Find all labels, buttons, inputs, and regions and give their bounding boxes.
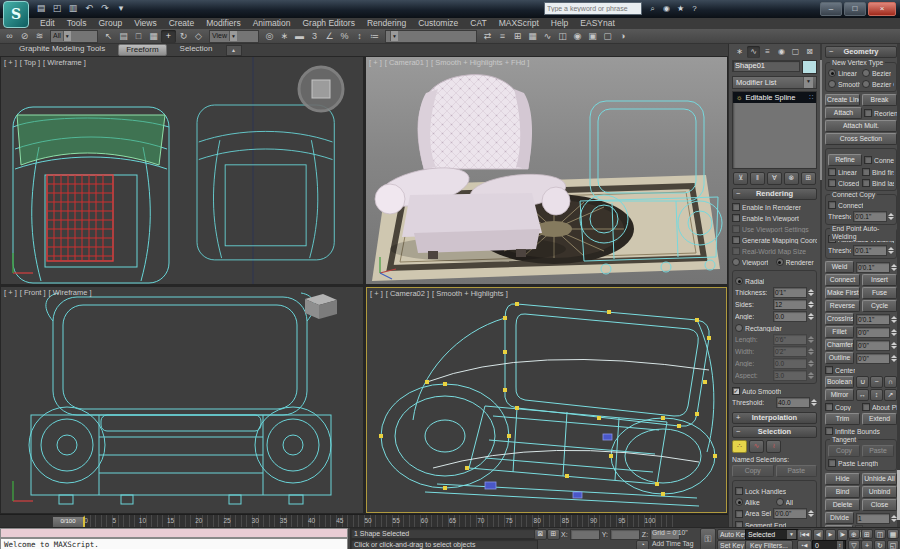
snaps-toggle-3d[interactable]: 3 (307, 30, 322, 43)
subobject-expand-icon[interactable]: ∷ (809, 92, 813, 103)
paste-button[interactable]: Paste (776, 465, 818, 477)
new-scene-icon[interactable]: ▤ (34, 2, 48, 15)
key-mode-toggle[interactable]: ▪◀ (797, 540, 812, 549)
spinner[interactable]: 0.0 (773, 311, 814, 322)
radial-radio[interactable]: Radial (735, 277, 814, 285)
current-frame-field[interactable]: 0 ↕ (812, 540, 846, 549)
viewport-top[interactable]: [ + ] [ Top ] [ Wireframe ] (1, 57, 363, 284)
viewport-menu-plus[interactable]: [ + ] (4, 58, 17, 67)
curve-editor[interactable]: ∿ (540, 30, 555, 43)
attach-button[interactable]: Attach (825, 107, 862, 119)
real-world-map-size-checkbox[interactable]: Real-World Map Size (732, 247, 817, 255)
open-file-icon[interactable]: ◰ (50, 2, 64, 15)
mirror-both-icon[interactable]: ↗ (884, 389, 897, 401)
menu-animation[interactable]: Animation (247, 18, 297, 29)
reverse-button[interactable]: Reverse (825, 300, 860, 312)
spinner[interactable]: 40.0 (776, 397, 817, 408)
spinner[interactable]: 0'0" (856, 353, 897, 364)
boolean-subtraction-icon[interactable]: − (870, 376, 883, 388)
copy-button[interactable]: Copy (732, 465, 774, 477)
material-editor[interactable]: ◉ (570, 30, 585, 43)
bind-button[interactable]: Bind (825, 486, 860, 498)
spinner[interactable]: 0'1" (773, 287, 814, 298)
selection-lock-icon[interactable]: ⊠ (534, 529, 547, 540)
viewport-name[interactable]: [ Camera01 ] (385, 58, 428, 67)
smooth-radio[interactable]: Smooth (828, 80, 860, 88)
renderer-radio[interactable]: Renderer (776, 258, 818, 266)
linear-radio[interactable]: Linear (828, 69, 860, 77)
maximize-button[interactable]: □ (844, 2, 866, 16)
outline-button[interactable]: Outline (825, 352, 854, 364)
boolean-button[interactable]: Boolean (825, 376, 854, 388)
spinner[interactable]: 0'0.1" (853, 211, 894, 222)
viewport-shading[interactable]: [ Smooth + Highlights + FHd ] (431, 58, 529, 67)
display-tab[interactable]: ▢ (789, 46, 802, 58)
ribbon-tab-graphite-modeling-tools[interactable]: Graphite Modeling Tools (12, 44, 112, 56)
object-color-swatch[interactable] (802, 60, 817, 74)
zoom-icon[interactable]: ⊕ (848, 529, 860, 539)
auto-smooth-checkbox[interactable]: ✓Auto Smooth (732, 387, 817, 395)
refine-button[interactable]: Refine (828, 154, 862, 166)
break-button[interactable]: Break (862, 94, 897, 106)
alike-radio[interactable]: Alike (735, 498, 774, 506)
spinner[interactable]: 1 (856, 513, 897, 524)
about-pivot-checkbox[interactable]: About Pivot (862, 403, 897, 411)
add-time-tag[interactable]: Add Time Tag (652, 540, 693, 547)
boolean-intersection-icon[interactable]: ∩ (884, 376, 897, 388)
graphite-ribbon-toggle[interactable]: ▦ (525, 30, 540, 43)
search-icon[interactable]: ⌕ (647, 3, 658, 14)
save-file-icon[interactable]: ▥ (66, 2, 80, 15)
bind-to-space-warp[interactable]: ≋ (32, 30, 47, 43)
menu-edit[interactable]: Edit (34, 18, 61, 29)
time-tag-icon[interactable]: ◔ (636, 540, 649, 549)
field-of-view-icon[interactable]: ▽ (848, 540, 860, 549)
spinner[interactable]: 0'0" (856, 327, 897, 338)
select-and-scale[interactable]: ◇ (191, 30, 206, 43)
paste-length-checkbox[interactable]: Paste Length (828, 459, 894, 467)
connect-checkbox[interactable]: Connect (864, 156, 894, 164)
linear-checkbox[interactable]: Linear (828, 168, 860, 176)
selection-filter-dropdown[interactable]: All▼ (50, 30, 98, 43)
unbind-button[interactable]: Unbind (862, 486, 897, 498)
viewport-menu-plus[interactable]: [ + ] (4, 288, 17, 297)
make-first-button[interactable]: Make First (825, 287, 860, 299)
close-button[interactable]: Close (862, 499, 897, 511)
mirror-vertical-icon[interactable]: ↕ (870, 389, 883, 401)
mirror-button[interactable]: Mirror (825, 389, 854, 401)
center-checkbox[interactable]: Center (825, 366, 897, 374)
absolute-offset-toggle-icon[interactable]: ⊞ (547, 529, 560, 540)
cycle-button[interactable]: Cycle (862, 300, 897, 312)
time-slider-track[interactable]: 0510152025303540455055606570758085909510… (0, 514, 728, 528)
use-viewport-settings-checkbox[interactable]: Use Viewport Settings (732, 225, 817, 233)
object-name-field[interactable]: Shape01 (732, 60, 800, 72)
spinner[interactable]: 0'2" (773, 346, 814, 357)
show-end-result-icon[interactable]: ‖ (750, 172, 765, 185)
named-selection-sets-dropdown[interactable]: ▼ (385, 30, 477, 43)
copy-checkbox[interactable]: Copy (825, 403, 860, 411)
help-icon[interactable]: ? (689, 3, 700, 14)
menu-graph-editors[interactable]: Graph Editors (296, 18, 360, 29)
menu-views[interactable]: Views (128, 18, 163, 29)
connect-button[interactable]: Connect (825, 274, 860, 286)
spline-subobject[interactable]: ≀ (766, 440, 781, 453)
reorient-checkbox[interactable]: Reorient (864, 109, 897, 117)
zoom-extents-icon[interactable]: ◫ (874, 529, 886, 539)
bezier-radio[interactable]: Bezier (862, 69, 894, 77)
motion-tab[interactable]: ◉ (775, 46, 788, 58)
fuse-button[interactable]: Fuse (862, 287, 897, 299)
spinner-arrows-icon[interactable] (808, 301, 814, 308)
zoom-all-icon[interactable]: ⊞ (861, 529, 873, 539)
viewport-menu-plus[interactable]: [ + ] (370, 289, 383, 298)
zoom-extents-all-icon[interactable]: ▦ (887, 529, 899, 539)
modifier-stack-row[interactable]: ☼ Editable Spline ∷ (733, 92, 816, 103)
all-radio[interactable]: All (776, 498, 815, 506)
window-crossing-toggle[interactable]: ▦ (146, 30, 161, 43)
rendered-frame-window[interactable]: ▢ (600, 30, 615, 43)
copy-button[interactable]: Copy (828, 445, 860, 457)
remove-modifier-icon[interactable]: ⊗ (784, 172, 799, 185)
cross-section-button[interactable]: Cross Section (825, 133, 897, 145)
infinite-bounds-checkbox[interactable]: Infinite Bounds (825, 427, 897, 435)
spinner[interactable]: 0'0" (856, 340, 897, 351)
segment-subobject[interactable]: ∿ (749, 440, 764, 453)
unlink-selection[interactable]: ⊘ (17, 30, 32, 43)
